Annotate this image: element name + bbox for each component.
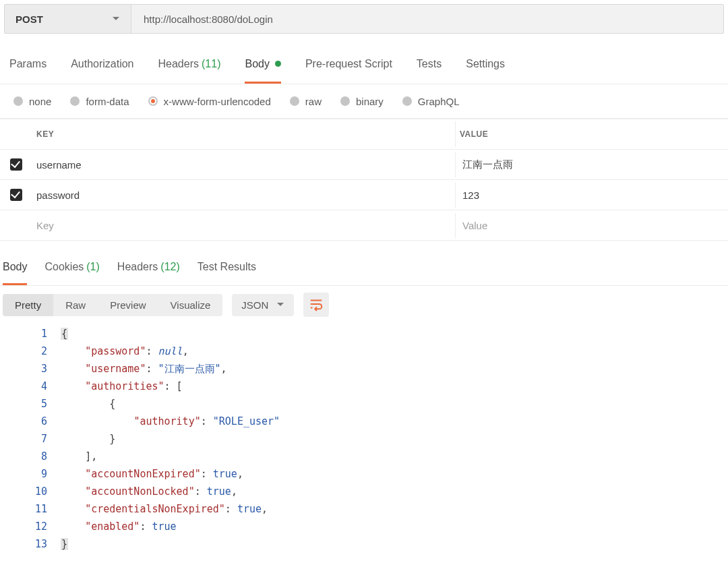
radio-form-data[interactable]: form-data xyxy=(70,96,129,107)
request-url-bar: POST http://localhost:8080/doLogin xyxy=(4,4,724,34)
resp-tab-cookies-count: (1) xyxy=(86,261,100,273)
response-tabs: Body Cookies (1) Headers (12) Test Resul… xyxy=(0,250,728,286)
radio-none-label: none xyxy=(29,96,51,107)
radio-graphql[interactable]: GraphQL xyxy=(402,96,460,107)
radio-circle-icon xyxy=(70,96,80,106)
view-mode-raw[interactable]: Raw xyxy=(53,294,98,316)
tab-headers-label: Headers xyxy=(158,58,199,70)
tab-body[interactable]: Body xyxy=(245,46,280,84)
view-mode-group: Pretty Raw Preview Visualize xyxy=(3,294,222,316)
tab-authorization-label: Authorization xyxy=(71,58,133,70)
response-lang-select[interactable]: JSON xyxy=(232,294,294,316)
response-lang-label: JSON xyxy=(241,299,268,311)
chevron-down-icon xyxy=(276,299,284,311)
tab-prerequest-label: Pre-request Script xyxy=(305,58,392,70)
radio-circle-icon xyxy=(290,96,299,106)
response-body-editor[interactable]: 12345678910111213 { "password": null, "u… xyxy=(0,324,728,553)
resp-tab-tests[interactable]: Test Results xyxy=(198,250,256,285)
table-row: username 江南一点雨 xyxy=(0,150,728,180)
radio-none[interactable]: none xyxy=(13,96,51,107)
form-kv-table: KEY VALUE username 江南一点雨 password 123 Ke… xyxy=(0,119,728,241)
http-method-select[interactable]: POST xyxy=(5,5,131,33)
tab-settings-label: Settings xyxy=(466,58,505,70)
kv-value-input[interactable]: Value xyxy=(456,213,728,238)
url-text: http://localhost:8080/doLogin xyxy=(144,13,273,25)
line-number-gutter: 12345678910111213 xyxy=(0,325,61,553)
radio-binary-label: binary xyxy=(356,96,384,107)
kv-value-input[interactable]: 江南一点雨 xyxy=(456,152,728,178)
kv-key-input[interactable]: Key xyxy=(32,213,456,238)
kv-header-row: KEY VALUE xyxy=(0,119,728,150)
view-mode-visualize[interactable]: Visualize xyxy=(158,294,223,316)
radio-binary[interactable]: binary xyxy=(340,96,384,107)
tab-body-active-dot-icon xyxy=(275,61,281,67)
resp-tab-headers-count: (12) xyxy=(160,261,179,273)
tab-headers-count: (11) xyxy=(202,58,220,70)
radio-circle-icon xyxy=(148,96,158,106)
radio-form-data-label: form-data xyxy=(86,96,129,107)
request-tabs: Params Authorization Headers (11) Body P… xyxy=(0,46,728,84)
table-row: password 123 xyxy=(0,180,728,210)
radio-circle-icon xyxy=(13,96,23,106)
radio-raw[interactable]: raw xyxy=(290,96,322,107)
kv-key-input[interactable]: password xyxy=(32,183,456,208)
tab-authorization[interactable]: Authorization xyxy=(71,46,133,84)
resp-tab-tests-label: Test Results xyxy=(198,261,256,273)
resp-tab-body[interactable]: Body xyxy=(3,250,27,285)
kv-header-value: VALUE xyxy=(456,121,728,147)
tab-params[interactable]: Params xyxy=(9,46,47,84)
row-checkbox[interactable] xyxy=(10,189,22,201)
view-mode-preview[interactable]: Preview xyxy=(98,294,158,316)
body-type-radio-group: none form-data x-www-form-urlencoded raw… xyxy=(0,84,728,119)
view-mode-pretty[interactable]: Pretty xyxy=(3,294,53,316)
radio-graphql-label: GraphQL xyxy=(418,96,460,107)
tab-settings[interactable]: Settings xyxy=(466,46,505,84)
kv-value-input[interactable]: 123 xyxy=(456,183,728,208)
resp-tab-headers[interactable]: Headers (12) xyxy=(117,250,180,285)
resp-tab-body-label: Body xyxy=(3,261,27,273)
tab-body-label: Body xyxy=(245,58,269,70)
radio-raw-label: raw xyxy=(305,96,322,107)
resp-tab-cookies-label: Cookies xyxy=(44,261,84,273)
wrap-lines-icon xyxy=(309,297,324,314)
resp-tab-cookies[interactable]: Cookies (1) xyxy=(44,250,99,285)
kv-key-input[interactable]: username xyxy=(32,152,456,177)
url-input[interactable]: http://localhost:8080/doLogin xyxy=(131,5,723,33)
table-row-empty: Key Value xyxy=(0,210,728,241)
resp-tab-headers-label: Headers xyxy=(117,261,158,273)
row-checkbox[interactable] xyxy=(10,158,22,171)
radio-urlencoded[interactable]: x-www-form-urlencoded xyxy=(148,96,271,107)
wrap-lines-button[interactable] xyxy=(303,293,329,317)
tab-prerequest[interactable]: Pre-request Script xyxy=(305,46,392,84)
response-body-code: { "password": null, "username": "江南一点雨",… xyxy=(61,325,728,553)
chevron-down-icon xyxy=(112,13,120,25)
kv-header-key: KEY xyxy=(32,121,456,147)
radio-urlencoded-label: x-www-form-urlencoded xyxy=(164,96,271,107)
http-method-label: POST xyxy=(16,13,43,25)
tab-params-label: Params xyxy=(9,58,47,70)
tab-tests[interactable]: Tests xyxy=(417,46,442,84)
radio-circle-icon xyxy=(340,96,350,106)
response-toolbar: Pretty Raw Preview Visualize JSON xyxy=(0,286,728,324)
tab-headers[interactable]: Headers (11) xyxy=(158,46,221,84)
tab-tests-label: Tests xyxy=(417,58,442,70)
radio-circle-icon xyxy=(402,96,412,106)
